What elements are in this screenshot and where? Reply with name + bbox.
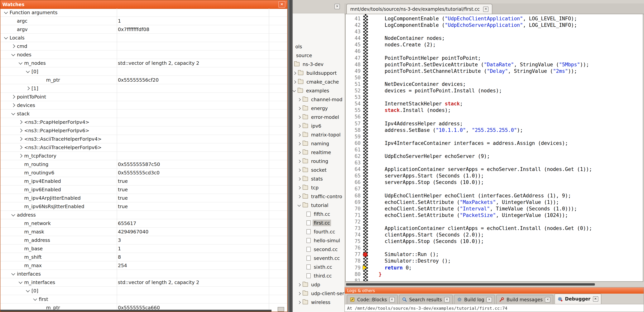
watch-row[interactable]: [0]: [0, 287, 287, 295]
chevron-right-icon[interactable]: [298, 168, 301, 172]
watch-row[interactable]: <ns3::AsciiTraceHelperForIpv4>: [0, 135, 287, 143]
chevron-right-icon[interactable]: [298, 107, 301, 110]
chevron-right-icon[interactable]: [298, 98, 301, 101]
chevron-right-icon[interactable]: [298, 292, 301, 295]
logs-tab-search-results[interactable]: Search results×: [399, 295, 453, 304]
chevron-right-icon[interactable]: [17, 153, 24, 159]
chevron-right-icon[interactable]: [298, 160, 301, 163]
watch-row[interactable]: cmd: [0, 42, 287, 51]
chevron-down-icon[interactable]: [32, 296, 38, 302]
tree-item[interactable]: wireless: [292, 298, 344, 307]
chevron-down-icon[interactable]: [24, 288, 31, 294]
watch-row[interactable]: Locals: [0, 34, 287, 42]
chevron-right-icon[interactable]: [24, 85, 31, 91]
tree-item[interactable]: error-model: [292, 113, 344, 122]
tree-item[interactable]: ols: [292, 42, 344, 51]
watch-row[interactable]: m_ipv6NsRsJitterEnabledtrue: [0, 202, 287, 211]
chevron-right-icon[interactable]: [17, 128, 24, 134]
logs-tab-debugger[interactable]: Debugger×: [554, 294, 601, 304]
chevron-right-icon[interactable]: [298, 283, 301, 286]
watch-row[interactable]: pointToPoint: [0, 93, 287, 101]
chevron-right-icon[interactable]: [298, 301, 301, 304]
tree-item[interactable]: tcp: [292, 183, 344, 192]
logs-tab-code-blocks[interactable]: Code::Blocks×: [347, 295, 398, 304]
chevron-down-icon[interactable]: [10, 212, 16, 218]
tree-item[interactable]: seventh.cc: [292, 254, 344, 263]
watch-row[interactable]: interfaces: [0, 270, 287, 278]
watch-row[interactable]: m_mask4294967040: [0, 228, 287, 236]
watch-row[interactable]: m_base1: [0, 245, 287, 253]
tree-item[interactable]: realtime: [292, 148, 344, 157]
chevron-right-icon[interactable]: [298, 124, 301, 128]
chevron-down-icon[interactable]: [10, 271, 16, 277]
tree-item[interactable]: ipv6: [292, 122, 344, 130]
chevron-down-icon[interactable]: [17, 279, 24, 285]
tree-item[interactable]: second.cc: [292, 245, 344, 254]
tree-item[interactable]: matrix-topol: [292, 130, 344, 139]
logs-tab-build-log[interactable]: Build log×: [454, 295, 495, 304]
resize-grip[interactable]: [278, 307, 284, 312]
tree-item[interactable]: naming: [292, 139, 344, 148]
chevron-down-icon[interactable]: [17, 60, 24, 66]
code-area[interactable]: LogComponentEnable ("UdpEchoClientApplic…: [368, 14, 643, 281]
chevron-right-icon[interactable]: [17, 136, 24, 142]
watches-titlebar[interactable]: Watches ×: [0, 0, 287, 9]
tree-item[interactable]: source: [292, 51, 344, 60]
watch-row[interactable]: m_shift8: [0, 253, 287, 261]
tree-item[interactable]: hello-simul: [292, 236, 344, 245]
column-divider[interactable]: [269, 8, 269, 312]
watch-row[interactable]: <ns3::PcapHelperForIpv4>: [0, 118, 287, 127]
close-icon[interactable]: ×: [278, 1, 285, 8]
chevron-down-icon[interactable]: [292, 89, 296, 92]
watch-row[interactable]: nodes: [0, 51, 287, 59]
close-icon[interactable]: ×: [483, 6, 488, 12]
close-icon[interactable]: ×: [486, 297, 492, 302]
tree-item[interactable]: traffic-contro: [292, 192, 344, 201]
chevron-right-icon[interactable]: [17, 144, 24, 151]
tree-item[interactable]: buildsupport: [292, 69, 344, 77]
watch-row[interactable]: <ns3::AsciiTraceHelperForIpv6>: [0, 143, 287, 152]
tree-item[interactable]: fourth.cc: [292, 227, 344, 236]
watch-row[interactable]: m_max254: [0, 261, 287, 270]
watch-row[interactable]: Function arguments: [0, 8, 287, 17]
chevron-down-icon[interactable]: [10, 111, 16, 117]
tree-item[interactable]: examples: [292, 86, 344, 95]
watch-row[interactable]: <ns3::PcapHelperForIpv6>: [0, 127, 287, 135]
watch-row[interactable]: argv0x7fffffffdf08: [0, 25, 287, 34]
watch-row[interactable]: address: [0, 211, 287, 219]
tree-item[interactable]: socket: [292, 165, 344, 174]
tree-item[interactable]: first.cc: [292, 218, 344, 227]
vertical-scrollbar[interactable]: [288, 0, 292, 312]
watch-row[interactable]: m_routing0x555555587c50: [0, 160, 287, 169]
breakpoint-marker[interactable]: [363, 252, 368, 257]
close-icon[interactable]: ×: [593, 296, 598, 302]
watch-row[interactable]: argc1: [0, 17, 287, 25]
chevron-right-icon[interactable]: [293, 71, 296, 75]
close-icon[interactable]: ×: [334, 4, 340, 9]
chevron-right-icon[interactable]: [298, 142, 301, 145]
chevron-down-icon[interactable]: [10, 52, 16, 58]
chevron-right-icon[interactable]: [17, 119, 24, 125]
tree-item[interactable]: cmake_cache: [292, 77, 344, 86]
horizontal-scrollbar[interactable]: [0, 310, 272, 312]
watch-row[interactable]: m_network655617: [0, 219, 287, 228]
chevron-right-icon[interactable]: [10, 102, 16, 108]
watch-row[interactable]: [1]: [0, 84, 287, 93]
watch-row[interactable]: m_routingv60x5555555cd3c0: [0, 169, 287, 177]
tree-item[interactable]: sixth.cc: [292, 263, 344, 271]
watch-row[interactable]: first: [0, 295, 287, 304]
chevron-down-icon[interactable]: [24, 68, 31, 75]
close-icon[interactable]: ×: [444, 297, 450, 302]
tree-item[interactable]: routing: [292, 157, 344, 165]
chevron-right-icon[interactable]: [298, 133, 301, 137]
chevron-down-icon[interactable]: [298, 203, 301, 207]
chevron-right-icon[interactable]: [298, 116, 301, 119]
watch-row[interactable]: m_ptr0x55555556cf20: [0, 76, 287, 84]
chevron-right-icon[interactable]: [298, 186, 301, 189]
tree-item[interactable]: third.cc: [292, 271, 344, 280]
column-divider[interactable]: [117, 8, 117, 312]
chevron-down-icon[interactable]: [3, 35, 9, 41]
watch-row[interactable]: stack: [0, 110, 287, 118]
close-icon[interactable]: ×: [389, 297, 394, 302]
watch-row[interactable]: m_ipv6Enabledtrue: [0, 185, 287, 194]
